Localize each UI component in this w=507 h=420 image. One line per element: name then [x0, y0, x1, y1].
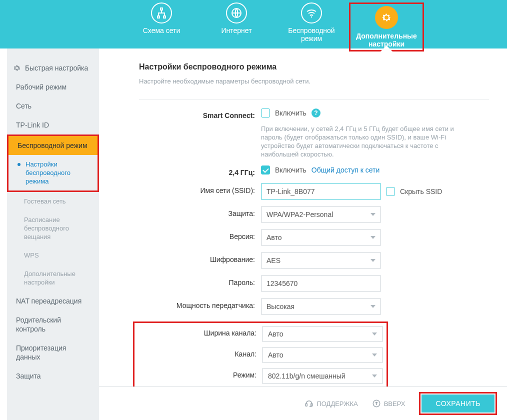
label-smart-connect: Smart Connect: [139, 108, 261, 120]
label-tx-power: Мощность передатчика: [139, 298, 261, 310]
chevron-down-icon [372, 374, 377, 378]
sidebar-sub-wps[interactable]: WPS [7, 246, 99, 264]
select-value: Авто [268, 330, 284, 338]
main-panel: Настройки беспроводного режима Настройте… [99, 48, 507, 420]
select-value: 802.11b/g/n смешанный [268, 372, 346, 380]
sidebar-sub-wireless-settings[interactable]: Настройки беспроводного режима [8, 155, 98, 190]
select-value: WPA/WPA2-Personal [266, 210, 333, 218]
checkbox-24ghz-enable[interactable] [261, 166, 270, 174]
input-password[interactable] [261, 276, 381, 292]
sidebar-sub-schedule[interactable]: Расписание беспроводного вещания [7, 210, 99, 246]
sidebar-sub-advanced[interactable]: Дополнительные настройки [7, 264, 99, 292]
top-nav: Схема сети Интернет Беспроводной режим Д… [0, 0, 507, 48]
svg-rect-2 [306, 404, 308, 406]
sidebar-sub-guest-network[interactable]: Гостевая сеть [7, 192, 99, 210]
save-button[interactable]: СОХРАНИТЬ [422, 394, 494, 412]
checkbox-smart-connect[interactable] [261, 108, 270, 118]
select-encryption[interactable]: AES [261, 252, 381, 268]
wifi-icon [301, 2, 322, 24]
chevron-down-icon [372, 332, 377, 336]
page-title: Настройки беспроводного режима [139, 62, 489, 72]
sidebar-item-quick-setup[interactable]: Быстрая настройка [7, 58, 99, 78]
link-share-network-24[interactable]: Общий доступ к сети [312, 166, 380, 174]
nav-wireless[interactable]: Беспроводной режим [274, 2, 349, 42]
input-ssid[interactable] [261, 184, 381, 200]
sidebar-item-nat[interactable]: NAT переадресация [7, 292, 99, 310]
select-version[interactable]: Авто [261, 230, 381, 246]
chevron-down-icon [370, 305, 376, 308]
checkbox-label: Скрыть SSID [400, 188, 442, 196]
help-icon[interactable]: ? [312, 108, 320, 118]
nav-label: Схема сети [124, 26, 199, 34]
label-mode: Режим: [140, 368, 262, 379]
arrow-up-icon [372, 399, 381, 408]
svg-point-1 [311, 16, 312, 18]
checkbox-hide-ssid[interactable] [386, 187, 395, 196]
checkbox-label: Включить [275, 166, 306, 174]
page-subtitle: Настройте необходимые параметры беспрово… [139, 78, 489, 85]
sidebar-item-parental[interactable]: Родительский контроль [7, 310, 99, 338]
select-tx-power[interactable]: Высокая [261, 298, 381, 314]
label-24ghz: 2,4 ГГц: [139, 166, 261, 176]
label-version: Версия: [139, 230, 261, 240]
sitemap-icon [151, 2, 172, 24]
chevron-down-icon [370, 259, 376, 262]
footer-label: ПОДДЕРЖКА [316, 400, 358, 408]
sidebar-item-qos[interactable]: Приоритезация данных [7, 338, 99, 366]
sidebar-item-operation-mode[interactable]: Рабочий режим [7, 78, 99, 96]
nav-internet[interactable]: Интернет [199, 2, 274, 34]
sidebar: Быстрая настройка Рабочий режим Сеть TP-… [7, 48, 99, 420]
nav-label: Интернет [199, 26, 274, 34]
globe-icon [226, 2, 247, 24]
select-value: Авто [266, 234, 282, 242]
nav-label: Беспроводной режим [274, 26, 349, 42]
checkbox-label: Включить [275, 109, 306, 117]
gear-outline-icon [13, 64, 21, 72]
select-channel-width[interactable]: Авто [262, 326, 382, 342]
sidebar-item-tplink-id[interactable]: TP-Link ID [7, 116, 99, 134]
chevron-down-icon [370, 213, 376, 216]
chevron-down-icon [370, 236, 376, 239]
link-support[interactable]: ПОДДЕРЖКА [304, 399, 358, 408]
label-password: Пароль: [139, 276, 261, 286]
select-value: Высокая [266, 302, 294, 310]
select-security[interactable]: WPA/WPA2-Personal [261, 206, 381, 222]
label-security: Защита: [139, 206, 261, 218]
label-encryption: Шифрование: [139, 252, 261, 264]
select-value: Авто [268, 351, 284, 359]
smart-connect-hint: При включении, у сетей 2,4 ГГц и 5 ГГц б… [261, 124, 466, 158]
divider [139, 99, 489, 100]
label-channel-width: Ширина канала: [140, 326, 262, 337]
footer-label: ВВЕРХ [384, 400, 406, 408]
sidebar-item-security[interactable]: Защита [7, 366, 99, 386]
select-channel[interactable]: Авто [262, 347, 382, 363]
gear-icon [375, 6, 398, 29]
select-value: AES [266, 256, 280, 264]
sidebar-item-network[interactable]: Сеть [7, 96, 99, 116]
headset-icon [304, 399, 314, 408]
label-ssid: Имя сети (SSID): [139, 184, 261, 194]
footer-bar: ПОДДЕРЖКА ВВЕРХ СОХРАНИТЬ [99, 386, 507, 420]
nav-network-map[interactable]: Схема сети [124, 2, 199, 34]
link-top[interactable]: ВВЕРХ [372, 399, 406, 408]
chevron-down-icon [372, 354, 377, 356]
nav-advanced[interactable]: Дополнительные настройки [349, 2, 424, 52]
sidebar-item-wireless[interactable]: Беспроводной режим [8, 136, 98, 155]
label-channel: Канал: [140, 347, 262, 358]
select-mode[interactable]: 802.11b/g/n смешанный [262, 368, 382, 384]
sidebar-label: Быстрая настройка [25, 64, 88, 72]
